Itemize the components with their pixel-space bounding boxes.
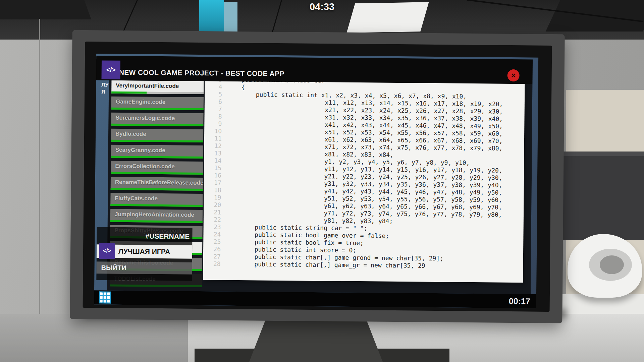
ceiling-corner-left [0, 0, 91, 19]
file-progress-fill [110, 285, 202, 287]
code-editor[interactable]: 3 4 5 6 7 8 9 10 11 12 13 14 15 16 17 18… [203, 79, 525, 283]
file-progress-fill [110, 220, 203, 223]
file-progress-fill [111, 188, 203, 191]
start-menu-item-label: ЛУЧШАЯ ИГРА [118, 245, 170, 258]
sidebar-file[interactable]: ErrorsCollection.code [111, 161, 203, 175]
start-menu-username: #USERNAME [97, 227, 192, 244]
close-button[interactable]: ✕ [507, 69, 520, 81]
file-progress-fill [111, 92, 147, 94]
file-progress-track [110, 220, 203, 223]
grid-icon [100, 292, 103, 295]
code-brackets-icon: </> [106, 66, 116, 73]
window-title: NEW COOL GAME PROJECT - BEST CODE APP [119, 68, 284, 78]
sidebar-file[interactable]: ScaryGranny.code [111, 145, 203, 159]
grid-icon [100, 300, 103, 302]
sidebar-file[interactable]: JumpingHeroAnimation.code [110, 209, 203, 223]
sink-drain [600, 255, 624, 274]
sidebar-file[interactable]: FluffyCats.code [110, 193, 203, 207]
grid-icon [107, 296, 110, 299]
file-progress-track [111, 92, 204, 94]
file-name: VeryImportantFile.code [111, 80, 204, 92]
monitor: </> ЛУ Я NEW COOL GAME PROJECT - BEST CO… [70, 30, 565, 323]
code-text: public static class car { public static … [225, 79, 503, 270]
cabinet [558, 152, 644, 240]
hud-game-clock: 04:33 [295, 1, 349, 12]
start-menu-item-best-game[interactable]: </> ЛУЧШАЯ ИГРА [97, 244, 192, 258]
code-brackets-icon: </> [99, 243, 115, 259]
file-progress-fill [111, 156, 203, 159]
sidebar-file[interactable]: GameEngine.code [111, 97, 204, 110]
sidebar-file[interactable]: Bydlo.code [111, 129, 203, 142]
file-name: ScaryGranny.code [111, 145, 203, 156]
file-name: Bydlo.code [111, 129, 203, 140]
file-progress-track [110, 204, 203, 207]
grid-icon [107, 293, 110, 295]
file-name: ScreamersLogic.code [111, 113, 203, 124]
file-progress-track [111, 108, 204, 110]
line-numbers: 3 4 5 6 7 8 9 10 11 12 13 14 15 16 17 18… [203, 79, 227, 268]
file-progress-track [111, 140, 203, 142]
file-progress-fill [110, 204, 203, 207]
file-progress-track [111, 172, 203, 175]
file-name: GameEngine.code [111, 97, 204, 108]
grid-icon [107, 300, 110, 303]
sidebar-file[interactable]: VeryImportantFile.code [111, 80, 204, 94]
grid-icon [104, 300, 106, 302]
screen: </> ЛУ Я NEW COOL GAME PROJECT - BEST CO… [94, 54, 538, 308]
file-progress-fill [111, 108, 204, 110]
file-progress-track [110, 285, 202, 287]
file-name: ErrorsCollection.code [111, 161, 203, 172]
file-name: JumpingHeroAnimation.code [110, 209, 203, 221]
file-name: FluffyCats.code [110, 193, 203, 204]
start-menu-item-exit[interactable]: ВЫЙТИ [96, 261, 192, 274]
session-timer: 00:17 [509, 294, 530, 308]
desktop-code-icon[interactable]: </> [102, 60, 120, 79]
wall-seam [39, 19, 40, 341]
code-area: 3 4 5 6 7 8 9 10 11 12 13 14 15 16 17 18… [203, 79, 525, 270]
file-progress-fill [111, 124, 203, 126]
file-progress-track [111, 156, 203, 159]
file-progress-track [111, 188, 203, 191]
ceiling-light [346, 2, 429, 33]
sidebar-file[interactable]: RenameThisBeforeRelease.code [111, 177, 203, 191]
grid-icon [100, 296, 103, 299]
window-titlebar: NEW COOL GAME PROJECT - BEST CODE APP [96, 56, 533, 84]
icon-glyph: </> [103, 247, 111, 254]
start-button[interactable] [99, 291, 111, 303]
file-progress-fill [111, 140, 203, 142]
grid-icon [104, 296, 106, 299]
sidebar-file[interactable]: ScreamersLogic.code [111, 113, 203, 126]
file-progress-fill [111, 172, 203, 175]
desk-shadow [0, 314, 188, 362]
file-progress-track [111, 124, 203, 126]
monitor-stand [249, 318, 383, 362]
grid-icon [104, 292, 106, 295]
game-scene: </> ЛУ Я NEW COOL GAME PROJECT - BEST CO… [0, 0, 644, 362]
close-icon: ✕ [511, 72, 516, 79]
file-name: RenameThisBeforeRelease.code [111, 177, 203, 188]
start-menu: #USERNAME </> ЛУЧШАЯ ИГРА ВЫЙТИ [96, 227, 192, 281]
